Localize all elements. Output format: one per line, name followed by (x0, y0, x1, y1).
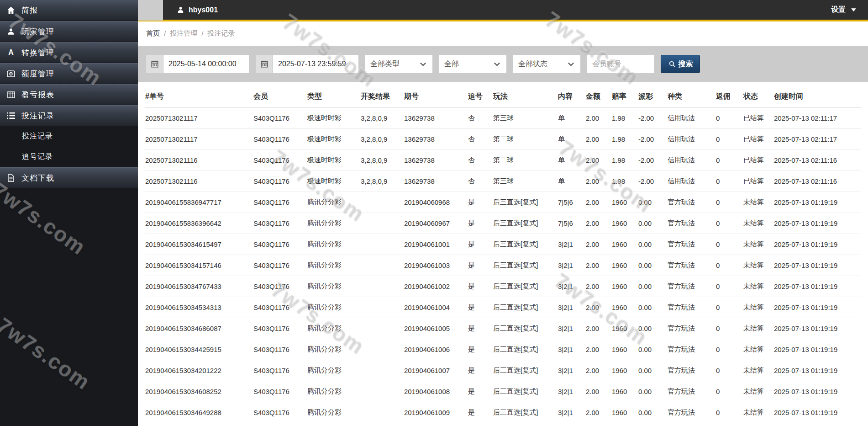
table-cell: 极速时时彩 (307, 149, 361, 170)
sidebar-item-betting-records[interactable]: 投注记录 (0, 105, 138, 126)
calendar-icon[interactable] (146, 55, 163, 73)
table-cell: 是 (468, 192, 493, 213)
table-cell: 否 (468, 107, 493, 128)
type-select[interactable]: 全部类型 (365, 55, 432, 73)
sidebar: 简报玩家管理A转换管理额度管理盈亏报表投注记录投注记录追号记录文档下载 (0, 0, 138, 426)
lottery-select[interactable]: 全部 (439, 55, 506, 73)
table-cell: 腾讯分分彩 (307, 297, 361, 318)
table-cell: 1.98 (612, 170, 638, 192)
table-cell: 7|5|6 (558, 213, 586, 234)
table-cell: 第三球 (493, 170, 558, 192)
table-cell: 单 (558, 107, 586, 128)
table-cell: 是 (468, 381, 493, 402)
table-cell: 未结算 (743, 255, 774, 276)
search-button[interactable]: 搜索 (661, 55, 700, 73)
table-row: 20190406155836947717S403Q1176腾讯分分彩201904… (145, 192, 861, 213)
table-cell: 2025-07-13 02:11:17 (774, 128, 861, 149)
table-cell: 后三直选[复式] (493, 381, 558, 402)
sidebar-item-profit-loss-report[interactable]: 盈亏报表 (0, 84, 138, 105)
table-cell: 2025-07-13 02:11:16 (774, 149, 861, 170)
user-menu[interactable]: hbys001 (176, 6, 218, 14)
table-cell: 2.00 (586, 107, 612, 128)
table-cell: 20190406153034425915 (145, 339, 253, 360)
col-draw-result: 开奖结果 (361, 86, 404, 107)
settings-label: 设置 (831, 5, 846, 15)
table-row: 20190406153034686087S403Q1176腾讯分分彩201904… (145, 318, 861, 339)
table-cell: 未结算 (743, 213, 774, 234)
table-cell: 201904061004 (404, 297, 468, 318)
table-cell: 2025-07-13 01:19:19 (774, 381, 861, 402)
col-issue-number: 期号 (404, 86, 468, 107)
breadcrumb: 首页 / 投注管理 / 投注记录 (138, 21, 868, 46)
table-cell: 未结算 (743, 339, 774, 360)
date-to-group (256, 55, 358, 73)
sidebar-item-chase-number-records[interactable]: 追号记录 (0, 147, 138, 167)
table-cell: 201904061006 (404, 339, 468, 360)
document-icon (6, 174, 16, 182)
table-cell: 2025-07-13 01:19:19 (774, 297, 861, 318)
table-cell: 1.98 (612, 128, 638, 149)
sidebar-menu: 简报玩家管理A转换管理额度管理盈亏报表投注记录投注记录追号记录文档下载 (0, 0, 138, 188)
sidebar-item-label: 盈亏报表 (21, 90, 54, 100)
table-cell: 20190406153034201222 (145, 360, 253, 381)
col-odds: 赔率 (612, 86, 638, 107)
table-cell: 2.00 (586, 276, 612, 297)
table-cell: 0 (716, 360, 743, 381)
table-cell: 3|2|1 (558, 381, 586, 402)
table-cell: 2.00 (586, 213, 612, 234)
table-cell: 后三直选[复式] (493, 213, 558, 234)
sidebar-item-player-management[interactable]: 玩家管理 (0, 21, 138, 42)
table-cell: 3|2|1 (558, 318, 586, 339)
table-cell: 单 (558, 170, 586, 192)
col-status: 状态 (743, 86, 774, 107)
table-cell: 201904061009 (404, 402, 468, 423)
table-cell: 3,2,8,0,9 (361, 170, 404, 192)
breadcrumb-separator: / (201, 30, 203, 37)
settings-menu[interactable]: 设置 (831, 5, 858, 15)
table-cell: 极速时时彩 (307, 128, 361, 149)
date-from-input[interactable] (163, 55, 249, 73)
table-row: 20190406153034534313S403Q1176腾讯分分彩201904… (145, 297, 861, 318)
col-play-method: 玩法 (493, 86, 558, 107)
table-cell (361, 360, 404, 381)
table-cell: 腾讯分分彩 (307, 339, 361, 360)
sidebar-item-briefing[interactable]: 简报 (0, 0, 138, 21)
records-table: #单号 会员 类型 开奖结果 期号 追号 玩法 内容 金额 赔率 派彩 种类 返… (145, 86, 861, 423)
table-cell: 后三直选[复式] (493, 339, 558, 360)
sidebar-item-label: 投注记录 (22, 132, 53, 141)
sidebar-toggle[interactable] (138, 0, 163, 21)
calendar-icon[interactable] (256, 55, 273, 73)
col-amount: 金额 (586, 86, 612, 107)
sidebar-item-quota-management[interactable]: 额度管理 (0, 63, 138, 84)
breadcrumb-betting-management[interactable]: 投注管理 (170, 29, 197, 38)
table-cell: 官方玩法 (668, 234, 716, 255)
table-cell: 腾讯分分彩 (307, 255, 361, 276)
breadcrumb-home[interactable]: 首页 (146, 29, 160, 38)
sidebar-item-betting-records-sub[interactable]: 投注记录 (0, 126, 138, 147)
member-account-input[interactable] (587, 55, 654, 73)
table-cell: 信用玩法 (668, 107, 716, 128)
table-cell: 后三直选[复式] (493, 276, 558, 297)
table-cell: 未结算 (743, 192, 774, 213)
table-cell: S403Q1176 (253, 360, 307, 381)
table-cell: -2.00 (638, 128, 668, 149)
sidebar-item-label: 简报 (21, 5, 38, 16)
topbar: hbys001 设置 (138, 0, 868, 21)
status-select[interactable]: 全部状态 (513, 55, 580, 73)
chevron-down-icon (492, 60, 501, 68)
table-cell: 0.00 (638, 276, 668, 297)
sidebar-item-document-download[interactable]: 文档下载 (0, 167, 138, 188)
table-row: 20190406155836396642S403Q1176腾讯分分彩201904… (145, 213, 861, 234)
table-cell: 腾讯分分彩 (307, 381, 361, 402)
table-cell: 3,2,8,0,9 (361, 107, 404, 128)
date-to-input[interactable] (273, 55, 358, 73)
table-cell (361, 255, 404, 276)
table-cell: S403Q1176 (253, 213, 307, 234)
table-cell: 2025-07-13 01:19:19 (774, 234, 861, 255)
table-cell: 20190406153034534313 (145, 297, 253, 318)
table-cell: 0 (716, 339, 743, 360)
table-cell: 官方玩法 (668, 255, 716, 276)
table-cell (361, 381, 404, 402)
sidebar-item-conversion-management[interactable]: A转换管理 (0, 42, 138, 63)
table-cell: 2025-07-13 01:19:19 (774, 213, 861, 234)
